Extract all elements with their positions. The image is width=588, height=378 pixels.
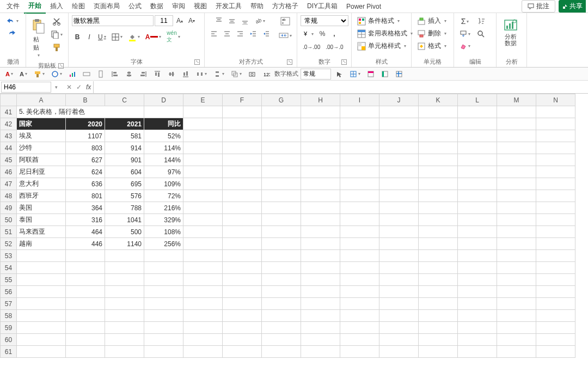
cell[interactable]: [379, 190, 419, 202]
cell[interactable]: [183, 130, 223, 142]
qat-align4[interactable]: [151, 69, 163, 80]
comma-format-button[interactable]: ,: [329, 28, 340, 39]
row-header[interactable]: 45: [1, 154, 17, 166]
border-button[interactable]: [109, 32, 125, 42]
cell[interactable]: [262, 142, 301, 154]
cell[interactable]: [379, 310, 419, 322]
cell[interactable]: [223, 142, 262, 154]
cell[interactable]: [458, 346, 497, 358]
cell[interactable]: [458, 214, 497, 226]
cell[interactable]: [379, 250, 419, 262]
cell[interactable]: [419, 214, 458, 226]
cell[interactable]: 108%: [144, 226, 183, 238]
cell[interactable]: [223, 190, 262, 202]
cell[interactable]: [301, 202, 340, 214]
col-header-M[interactable]: M: [497, 94, 536, 106]
cell[interactable]: [419, 298, 458, 310]
align-top-button[interactable]: [213, 15, 225, 26]
cell[interactable]: [379, 154, 419, 166]
tab-帮助[interactable]: 帮助: [246, 0, 268, 13]
col-header-I[interactable]: I: [340, 94, 379, 106]
spreadsheet-grid[interactable]: ABCDEFGHIJKLMN415. 美化表格，隔行着色42国家20202021…: [0, 94, 588, 378]
cell[interactable]: 216%: [144, 202, 183, 214]
cell[interactable]: [536, 274, 575, 286]
qat-chart[interactable]: [66, 69, 78, 80]
qat-num-format-select[interactable]: [301, 69, 331, 80]
cell[interactable]: [497, 130, 536, 142]
cell[interactable]: [497, 226, 536, 238]
cell[interactable]: 埃及: [17, 130, 66, 142]
cell[interactable]: [183, 118, 223, 130]
row-header[interactable]: 58: [1, 310, 17, 322]
align-middle-button[interactable]: [226, 15, 238, 26]
qat-font-color2[interactable]: A: [17, 69, 29, 80]
col-header-B[interactable]: B: [66, 94, 105, 106]
cell[interactable]: [183, 310, 223, 322]
cell[interactable]: [536, 346, 575, 358]
cell[interactable]: [223, 334, 262, 346]
cell[interactable]: 72%: [144, 190, 183, 202]
cell[interactable]: [497, 214, 536, 226]
fill-button[interactable]: [457, 28, 473, 39]
qat-distribute-v[interactable]: [211, 69, 226, 80]
cut-button[interactable]: [50, 15, 63, 27]
cell[interactable]: [223, 298, 262, 310]
tab-开始[interactable]: 开始: [24, 0, 46, 14]
row-header[interactable]: 53: [1, 250, 17, 262]
cell[interactable]: 803: [66, 142, 105, 154]
cell[interactable]: [497, 262, 536, 274]
cell[interactable]: [379, 238, 419, 250]
cell[interactable]: [536, 322, 575, 334]
cell[interactable]: [262, 154, 301, 166]
cell[interactable]: [17, 286, 66, 298]
cell[interactable]: [419, 118, 458, 130]
clipboard-dialog-icon[interactable]: ⤡: [58, 63, 64, 69]
cell[interactable]: [419, 106, 458, 118]
qat-pointer[interactable]: [333, 69, 345, 80]
cell[interactable]: 尼日利亚: [17, 166, 66, 178]
font-name-select[interactable]: [72, 15, 154, 26]
cell[interactable]: [262, 286, 301, 298]
wrap-text-button[interactable]: abc: [278, 15, 292, 27]
cell[interactable]: [17, 262, 66, 274]
table-format-button[interactable]: 套用表格格式: [355, 28, 415, 39]
cell[interactable]: [301, 118, 340, 130]
cell[interactable]: [262, 190, 301, 202]
cell[interactable]: [340, 322, 379, 334]
tab-审阅[interactable]: 审阅: [168, 0, 189, 13]
cell[interactable]: [536, 238, 575, 250]
cell[interactable]: [536, 286, 575, 298]
qat-shape[interactable]: [49, 69, 64, 80]
select-all-corner[interactable]: [1, 94, 17, 106]
cell[interactable]: [458, 154, 497, 166]
col-header-F[interactable]: F: [223, 94, 262, 106]
cell[interactable]: [66, 298, 105, 310]
enter-formula-icon[interactable]: ✓: [74, 83, 84, 91]
cell[interactable]: [223, 178, 262, 190]
cell[interactable]: [340, 250, 379, 262]
cell[interactable]: [301, 142, 340, 154]
cell[interactable]: [379, 130, 419, 142]
cell[interactable]: [301, 262, 340, 274]
cell[interactable]: [183, 178, 223, 190]
cell[interactable]: [262, 226, 301, 238]
row-header[interactable]: 61: [1, 346, 17, 358]
cell[interactable]: 901: [105, 154, 144, 166]
cell[interactable]: [223, 310, 262, 322]
cell[interactable]: [105, 286, 144, 298]
cell[interactable]: [223, 214, 262, 226]
cell[interactable]: [458, 118, 497, 130]
formula-bar[interactable]: [93, 81, 588, 93]
align-right-button[interactable]: [234, 28, 246, 39]
cell[interactable]: [262, 214, 301, 226]
col-header-C[interactable]: C: [105, 94, 144, 106]
cell[interactable]: [223, 118, 262, 130]
cell[interactable]: [223, 286, 262, 298]
cell[interactable]: [66, 262, 105, 274]
cell[interactable]: [262, 346, 301, 358]
cell[interactable]: [105, 274, 144, 286]
cell[interactable]: [536, 106, 575, 118]
cell[interactable]: [497, 190, 536, 202]
cell[interactable]: [536, 226, 575, 238]
cell[interactable]: [419, 130, 458, 142]
